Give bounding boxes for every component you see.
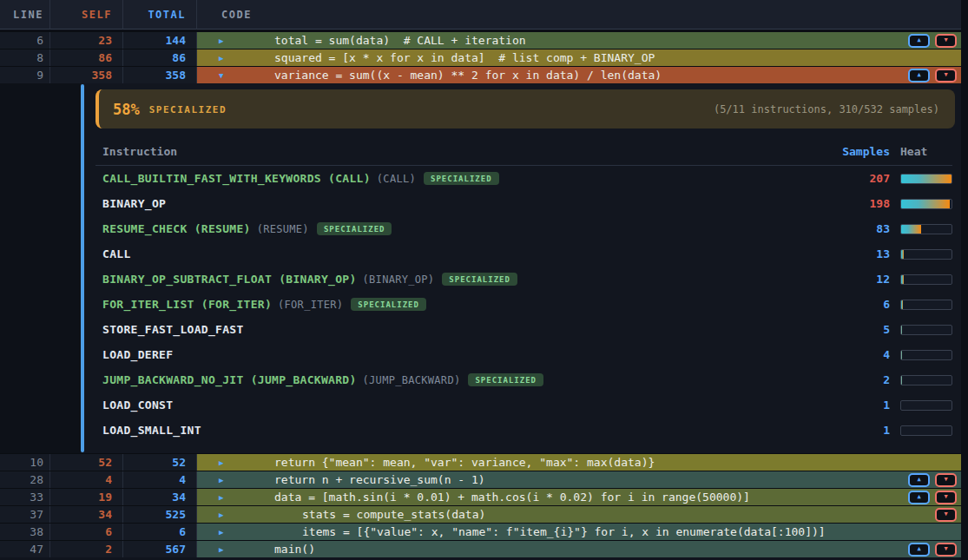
expand-toggle-icon[interactable]: ▶ [219,32,223,49]
instruction-row: RESUME_CHECK (RESUME) (RESUME) SPECIALIZ… [95,216,952,241]
code-text: total = sum(data) # CALL + iteration [197,32,526,49]
heat-bar-fill [901,326,902,334]
column-header-total: TOTAL [123,0,197,30]
table-row: 10 52 52 ▶ return {"mean": mean, "var": … [0,453,961,471]
jump-down-button[interactable]: ▼ [935,491,957,504]
self-samples: 6 [50,524,123,540]
code-cell[interactable]: ▼ variance = sum((x - mean) ** 2 for x i… [197,67,961,83]
instruction-row: CALL_BUILTIN_FAST_WITH_KEYWORDS (CALL) (… [95,166,952,191]
jump-down-button[interactable]: ▼ [935,34,957,48]
heat-bar [900,425,952,436]
instruction-name: FOR_ITER_LIST (FOR_ITER) (FOR_ITER) SPEC… [95,298,786,311]
instruction-row: FOR_ITER_LIST (FOR_ITER) (FOR_ITER) SPEC… [95,292,952,317]
self-samples: 4 [50,471,123,488]
code-text: return n + recursive_sum(n - 1) [197,471,485,489]
column-header-samples: Samples [786,145,890,158]
total-samples: 525 [123,506,197,523]
expand-toggle-icon[interactable]: ▶ [219,541,223,557]
specialized-badge: SPECIALIZED [317,222,392,235]
instruction-row: BINARY_OP_SUBTRACT_FLOAT (BINARY_OP) (BI… [95,267,952,292]
instruction-name: STORE_FAST_LOAD_FAST [95,323,786,336]
code-text: return {"mean": mean, "var": variance, "… [197,454,655,471]
instruction-row: JUMP_BACKWARD_NO_JIT (JUMP_BACKWARD) (JU… [95,367,952,392]
self-samples: 19 [50,489,123,505]
jump-down-button[interactable]: ▼ [935,473,957,487]
instruction-base-opcode: (JUMP_BACKWARD) [363,374,461,386]
heat-bar-fill [901,175,952,183]
jump-down-button[interactable]: ▼ [935,69,957,82]
specialized-label: SPECIALIZED [149,104,227,115]
instruction-samples: 198 [786,197,890,210]
heat-bar-fill [901,376,902,385]
table-row: 8 86 86 ▶ squared = [x * x for x in data… [0,49,961,66]
total-samples: 6 [123,524,197,540]
jump-up-button[interactable]: ▲ [908,491,930,504]
self-samples: 34 [50,506,123,523]
instruction-samples: 12 [786,273,890,286]
expand-toggle-icon[interactable]: ▶ [219,489,223,505]
code-rows-top: 6 23 144 ▶ total = sum(data) # CALL + it… [0,31,961,83]
specialized-percent: 58% [113,101,140,118]
jump-down-button[interactable]: ▼ [935,543,957,557]
code-cell[interactable]: ▶ main() ▲ ▼ [197,541,961,557]
jump-up-button[interactable]: ▲ [908,473,930,487]
heat-bar [900,249,952,260]
expand-toggle-icon[interactable]: ▶ [219,506,223,523]
heat-bar [900,274,952,285]
specialized-badge: SPECIALIZED [351,298,426,311]
instruction-name-text: BINARY_OP_SUBTRACT_FLOAT (BINARY_OP) [102,273,357,286]
expand-toggle-icon[interactable]: ▶ [219,454,223,471]
row-buttons: ▲ ▼ [908,34,957,48]
instruction-name-text: LOAD_SMALL_INT [102,424,201,437]
jump-up-button[interactable]: ▲ [908,34,930,48]
expand-toggle-icon[interactable]: ▶ [219,471,223,488]
total-samples: 86 [123,49,197,66]
instruction-base-opcode: (RESUME) [257,223,309,235]
instruction-samples: 2 [786,373,890,386]
column-header-instruction: Instruction [95,145,786,158]
instruction-name-text: LOAD_CONST [102,399,173,412]
column-header-line: LINE [0,0,50,30]
instruction-name-text: STORE_FAST_LOAD_FAST [102,323,244,336]
code-text: main() [197,541,315,558]
code-cell[interactable]: ▶ return n + recursive_sum(n - 1) ▲ ▼ [197,471,961,488]
heat-bar-fill [901,200,950,208]
expand-toggle-icon[interactable]: ▶ [219,524,223,540]
jump-down-button[interactable]: ▼ [935,508,957,522]
instruction-name-text: RESUME_CHECK (RESUME) [102,222,251,235]
instruction-name-text: JUMP_BACKWARD_NO_JIT (JUMP_BACKWARD) [102,373,357,386]
instruction-name-text: CALL [102,247,131,260]
specialized-badge: SPECIALIZED [468,373,543,386]
heat-bar [900,300,952,310]
instruction-table-header: Instruction Samples Heat [95,141,952,161]
jump-up-button[interactable]: ▲ [908,543,930,557]
instruction-name: LOAD_SMALL_INT [95,424,786,437]
instruction-row: LOAD_DEREF 4 [95,342,952,367]
jump-up-button[interactable]: ▲ [908,69,930,82]
code-text: variance = sum((x - mean) ** 2 for x in … [197,67,662,84]
line-number: 10 [0,454,50,471]
instruction-name-text: CALL_BUILTIN_FAST_WITH_KEYWORDS (CALL) [102,172,371,185]
self-samples: 2 [50,541,123,557]
total-samples: 567 [123,541,197,557]
instruction-name: BINARY_OP_SUBTRACT_FLOAT (BINARY_OP) (BI… [95,273,786,286]
instruction-base-opcode: (FOR_ITER) [278,299,343,311]
code-cell[interactable]: ▶ squared = [x * x for x in data] # list… [197,49,961,66]
instruction-samples: 5 [786,323,890,336]
code-cell[interactable]: ▶ data = [math.sin(i * 0.01) + math.cos(… [197,489,961,505]
code-text: stats = compute_stats(data) [197,506,485,524]
expand-toggle-icon[interactable]: ▼ [219,67,223,83]
code-cell[interactable]: ▶ return {"mean": mean, "var": variance,… [197,454,961,471]
specialized-badge: SPECIALIZED [424,172,499,185]
expand-toggle-icon[interactable]: ▶ [219,49,223,66]
code-cell[interactable]: ▶ items = [{"value": x, "name": f"item_{… [197,524,961,540]
table-row: 6 23 144 ▶ total = sum(data) # CALL + it… [0,31,961,49]
code-cell[interactable]: ▶ stats = compute_stats(data) ▲ ▼ [197,506,961,523]
heat-bar [900,199,952,209]
instruction-row: STORE_FAST_LOAD_FAST 5 [95,317,952,342]
instruction-samples: 4 [786,348,890,361]
instruction-samples: 6 [786,298,890,311]
instruction-row: CALL 13 [95,241,952,267]
code-cell[interactable]: ▶ total = sum(data) # CALL + iteration ▲… [197,32,961,49]
heat-bar [900,350,952,360]
